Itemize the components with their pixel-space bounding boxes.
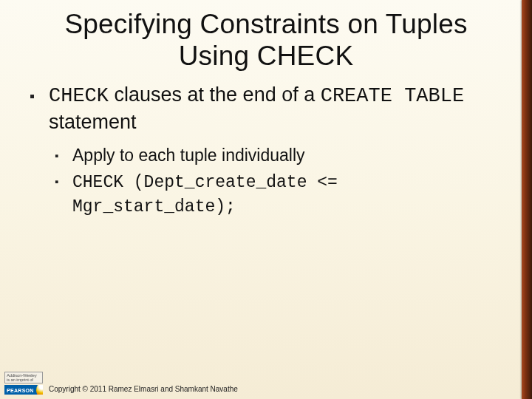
square-bullet-icon: ▪: [55, 174, 58, 189]
square-bullet-icon: ▪: [30, 86, 35, 106]
square-bullet-icon: ▪: [55, 149, 58, 163]
slide-footer: Addison-Wesley is an imprint of PEARSON …: [0, 366, 532, 399]
bullet-level-2: ▪ CHECK (Dept_create_date <= Mgr_start_d…: [55, 170, 510, 219]
publisher-logo: Addison-Wesley is an imprint of PEARSON: [4, 372, 43, 395]
slide-title: Specifying Constraints on Tuples Using C…: [0, 0, 532, 78]
imprint-line-2: is an imprint of: [7, 378, 41, 382]
bullet-level-1: ▪ CHECK clauses at the end of a CREATE T…: [30, 82, 510, 135]
pearson-mark: PEARSON: [4, 385, 43, 395]
code-check: CHECK: [49, 85, 109, 107]
pearson-arc-icon: [36, 385, 43, 395]
code-create-table: CREATE TABLE: [321, 85, 464, 107]
title-line-1: Specifying Constraints on Tuples: [64, 9, 467, 39]
bullet-text: CHECK clauses at the end of a CREATE TAB…: [49, 83, 464, 133]
subpoint-text: Apply to each tuple individually: [72, 146, 305, 165]
copyright-text: Copyright © 2011 Ramez Elmasri and Shamk…: [49, 385, 238, 393]
pearson-wordmark: PEARSON: [4, 385, 36, 395]
imprint-box: Addison-Wesley is an imprint of: [4, 372, 43, 383]
decorative-side-bar: [522, 0, 532, 399]
title-line-2: Using CHECK: [179, 41, 354, 71]
slide-body: ▪ CHECK clauses at the end of a CREATE T…: [0, 78, 532, 219]
code-example: CHECK (Dept_create_date <= Mgr_start_dat…: [72, 173, 338, 216]
bullet-level-2: ▪ Apply to each tuple individually: [55, 144, 510, 167]
